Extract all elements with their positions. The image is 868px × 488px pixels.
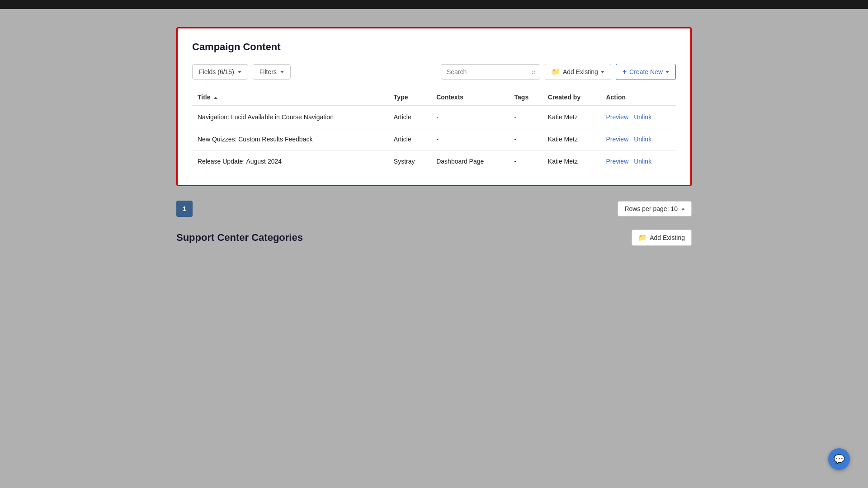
cell-tags-0: - <box>509 106 542 128</box>
panel-title: Campaign Content <box>192 41 676 53</box>
cell-created-by-2: Katie Metz <box>542 150 601 173</box>
cell-contexts-2: Dashboard Page <box>431 150 509 173</box>
create-new-label: Create New <box>629 68 663 75</box>
cell-tags-1: - <box>509 128 542 150</box>
col-title[interactable]: Title <box>192 89 388 106</box>
cell-title-0: Navigation: Lucid Available in Course Na… <box>192 106 388 128</box>
fields-label: Fields (6/15) <box>199 68 234 75</box>
col-created-by: Created by <box>542 89 601 106</box>
cell-title-1: New Quizzes: Custom Results Feedback <box>192 128 388 150</box>
table-body: Navigation: Lucid Available in Course Na… <box>192 106 676 172</box>
search-input[interactable] <box>441 64 540 80</box>
col-tags: Tags <box>509 89 542 106</box>
table-container: Title Type Contexts Tags Created by Acti… <box>192 89 676 172</box>
cell-action-2: Preview Unlink <box>600 150 676 173</box>
col-contexts: Contexts <box>431 89 509 106</box>
unlink-link-2[interactable]: Unlink <box>634 158 651 165</box>
cell-type-2: Systray <box>388 150 431 173</box>
chat-button[interactable]: 💬 <box>828 448 850 470</box>
table-row: New Quizzes: Custom Results Feedback Art… <box>192 128 676 150</box>
table-row: Navigation: Lucid Available in Course Na… <box>192 106 676 128</box>
filters-chevron-icon <box>280 71 284 73</box>
cell-contexts-1: - <box>431 128 509 150</box>
add-existing-button[interactable]: 📁 Add Existing <box>545 64 611 80</box>
unlink-link-1[interactable]: Unlink <box>634 136 651 143</box>
col-type: Type <box>388 89 431 106</box>
cell-tags-2: - <box>509 150 542 173</box>
cell-title-2: Release Update: August 2024 <box>192 150 388 173</box>
pagination-bar: 1 Rows per page: 10 <box>176 201 692 217</box>
preview-link-2[interactable]: Preview <box>606 158 628 165</box>
top-bar <box>0 0 868 9</box>
content-table: Title Type Contexts Tags Created by Acti… <box>192 89 676 172</box>
col-action: Action <box>600 89 676 106</box>
rows-per-page-label: Rows per page: 10 <box>624 205 678 212</box>
filters-dropdown[interactable]: Filters <box>253 64 291 80</box>
unlink-link-0[interactable]: Unlink <box>634 113 651 121</box>
chat-icon: 💬 <box>834 454 845 465</box>
cell-action-1: Preview Unlink <box>600 128 676 150</box>
page-container: Campaign Content Fields (6/15) Filters <box>0 9 868 246</box>
sort-icon <box>214 97 217 99</box>
support-center-title: Support Center Categories <box>176 232 303 244</box>
cell-type-1: Article <box>388 128 431 150</box>
table-header: Title Type Contexts Tags Created by Acti… <box>192 89 676 106</box>
toolbar-left: Fields (6/15) Filters <box>192 64 291 80</box>
preview-link-0[interactable]: Preview <box>606 113 628 121</box>
add-existing-label: Add Existing <box>563 68 598 75</box>
folder-icon: 📁 <box>552 68 560 76</box>
folder-icon-footer: 📁 <box>638 234 647 242</box>
cell-created-by-0: Katie Metz <box>542 106 601 128</box>
cell-created-by-1: Katie Metz <box>542 128 601 150</box>
main-content: Campaign Content Fields (6/15) Filters <box>176 27 692 246</box>
toolbar-right: ⌕ 📁 Add Existing + Create New <box>441 64 676 80</box>
section-footer: Support Center Categories 📁 Add Existing <box>176 230 692 246</box>
cell-contexts-0: - <box>431 106 509 128</box>
plus-icon: + <box>623 68 627 76</box>
rows-per-page-chevron-icon <box>681 208 685 210</box>
create-new-button[interactable]: + Create New <box>616 64 676 80</box>
preview-link-1[interactable]: Preview <box>606 136 628 143</box>
filters-label: Filters <box>259 68 277 75</box>
rows-per-page-dropdown[interactable]: Rows per page: 10 <box>618 201 692 216</box>
table-row: Release Update: August 2024 Systray Dash… <box>192 150 676 173</box>
toolbar: Fields (6/15) Filters ⌕ 📁 Ad <box>192 64 676 80</box>
cell-action-0: Preview Unlink <box>600 106 676 128</box>
create-new-chevron-icon <box>665 71 669 73</box>
campaign-content-panel: Campaign Content Fields (6/15) Filters <box>176 27 692 186</box>
add-existing-footer-label: Add Existing <box>650 234 685 241</box>
add-existing-chevron-icon <box>601 71 604 73</box>
add-existing-footer-button[interactable]: 📁 Add Existing <box>632 230 692 246</box>
fields-dropdown[interactable]: Fields (6/15) <box>192 64 248 80</box>
page-1-button[interactable]: 1 <box>176 201 193 217</box>
search-wrapper: ⌕ <box>441 64 540 80</box>
fields-chevron-icon <box>238 71 241 73</box>
cell-type-0: Article <box>388 106 431 128</box>
